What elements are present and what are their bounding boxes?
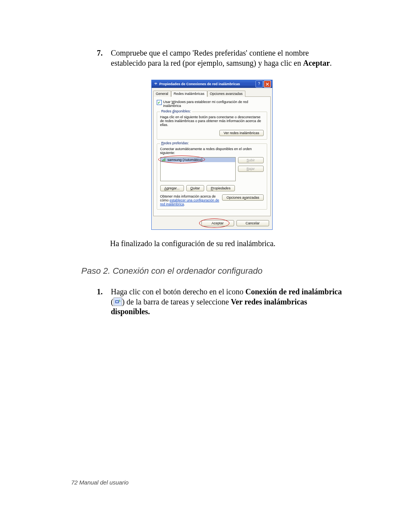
checkbox-checked-icon[interactable]: ✔	[157, 100, 162, 105]
cancel-button[interactable]: Cancelar	[236, 220, 269, 226]
list-item[interactable]: samsung (Automático)	[161, 157, 235, 162]
step-1: 1. Haga clic con el botón derecho en el …	[97, 287, 342, 317]
ok-button[interactable]: Aceptar	[201, 220, 234, 226]
checkbox-label: Usar Windows para establecer mi configur…	[163, 100, 267, 108]
step-7-text: Compruebe que el campo 'Redes preferidas…	[111, 48, 342, 68]
text-bold: Aceptar	[303, 59, 330, 67]
use-windows-checkbox-row[interactable]: ✔ Usar Windows para establecer mi config…	[157, 100, 267, 108]
add-button[interactable]: Agregar...	[160, 185, 184, 191]
step-number-7: 7.	[97, 48, 111, 68]
move-up-button[interactable]: Subir	[238, 157, 264, 163]
move-down-button[interactable]: Bajar	[238, 166, 264, 172]
help-button[interactable]: ?	[256, 80, 263, 87]
group-help-text: Haga clic en el siguiente botón para con…	[160, 115, 264, 127]
tab-panel: ✔ Usar Windows para establecer mi config…	[153, 96, 271, 216]
wireless-properties-dialog: Propiedades de Conexiones de red inalámb…	[151, 80, 273, 230]
titlebar: Propiedades de Conexiones de red inalámb…	[152, 80, 272, 88]
step-1-text: Haga clic con el botón derecho en el ico…	[111, 287, 342, 317]
text-bold: Conexión de red inalámbrica	[245, 287, 342, 296]
dialog-screenshot: Propiedades de Conexiones de red inalámb…	[81, 80, 342, 230]
view-wireless-networks-button[interactable]: Ver redes inalámbricas	[219, 130, 264, 136]
step-number-1: 1.	[97, 287, 111, 317]
text: (	[111, 297, 114, 306]
remove-button[interactable]: Quitar	[186, 185, 205, 191]
close-button[interactable]	[264, 80, 271, 87]
tab-wireless[interactable]: Redes inalámbricas	[171, 91, 207, 97]
step-7-result-text: Ha finalizado la configuración de su red…	[110, 239, 342, 248]
wifi-icon	[154, 82, 158, 87]
preferred-networks-listbox[interactable]: samsung (Automático)	[160, 157, 236, 181]
group-legend: Redes disponibles:	[160, 109, 192, 113]
group-legend: Redes preferidas:	[160, 141, 190, 145]
preferred-networks-group: Redes preferidas: Conectar automáticamen…	[157, 143, 267, 210]
page-footer: 72 Manual del usuario	[71, 479, 129, 486]
text: Haga clic con el botón derecho en el ico…	[111, 287, 245, 296]
advanced-options-button[interactable]: Opciones avanzadas	[222, 194, 263, 201]
list-item-label: samsung (Automático)	[168, 158, 203, 162]
text: Compruebe que el campo 'Redes preferidas…	[111, 49, 309, 67]
properties-button[interactable]: Propiedades	[206, 185, 235, 191]
tab-general[interactable]: General	[153, 91, 171, 97]
text: ) de la barra de tareas y seleccione	[122, 297, 231, 306]
text: .	[330, 59, 332, 67]
available-networks-group: Redes disponibles: Haga clic en el sigui…	[157, 112, 267, 140]
step-7: 7. Compruebe que el campo 'Redes preferi…	[97, 48, 342, 68]
section-heading: Paso 2. Conexión con el ordenador config…	[81, 266, 342, 276]
group-help-text: Conectar automáticamente a redes disponi…	[160, 147, 264, 155]
tab-strip: General Redes inalámbricas Opciones avan…	[152, 88, 272, 96]
info-text: Obtener más información acerca de cómo e…	[160, 194, 220, 206]
signal-icon	[162, 158, 166, 161]
dialog-title: Propiedades de Conexiones de red inalámb…	[159, 82, 255, 86]
wireless-tray-icon	[114, 297, 122, 306]
svg-rect-1	[116, 301, 118, 303]
tab-advanced[interactable]: Opciones avanzadas	[207, 91, 245, 97]
dialog-button-row: Aceptar Cancelar	[152, 218, 272, 229]
